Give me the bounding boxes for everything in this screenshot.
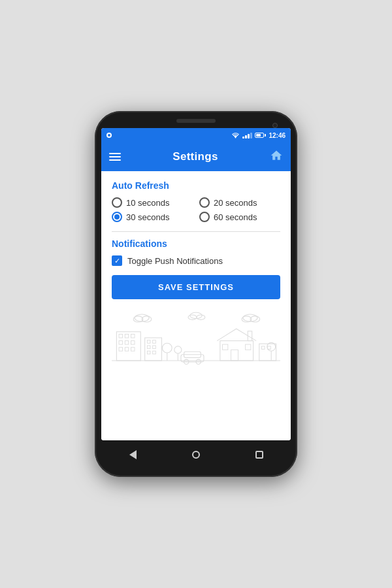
settings-content: Auto Refresh 10 seconds 20 seconds <box>101 171 291 440</box>
recents-icon <box>255 451 263 459</box>
battery-icon <box>255 133 266 138</box>
svg-rect-21 <box>147 340 150 344</box>
toggle-push-notifications[interactable]: ✓ Toggle Push Notifications <box>112 255 280 266</box>
city-svg <box>112 308 280 367</box>
checkbox-box: ✓ <box>112 255 122 266</box>
svg-rect-22 <box>153 340 156 344</box>
svg-point-29 <box>174 346 182 353</box>
status-time: 12:46 <box>269 132 286 139</box>
svg-point-5 <box>188 315 197 319</box>
city-illustration <box>112 308 280 367</box>
radio-outer-20 <box>199 197 210 208</box>
home-button[interactable] <box>270 149 283 165</box>
radio-outer-60 <box>199 212 210 222</box>
radio-outer-10 <box>112 197 122 208</box>
status-bar: 12:46 <box>101 128 291 142</box>
svg-rect-12 <box>125 334 129 338</box>
nav-recents-button[interactable] <box>255 451 263 459</box>
hamburger-line-2 <box>109 156 121 157</box>
phone-frame: 12:46 Settings Auto Refresh <box>95 111 297 477</box>
radio-30-seconds[interactable]: 30 seconds <box>112 212 193 222</box>
radio-inner-30 <box>114 214 120 220</box>
svg-point-4 <box>190 312 202 318</box>
svg-point-27 <box>162 343 172 353</box>
hamburger-line-1 <box>109 153 121 154</box>
svg-rect-23 <box>147 346 150 349</box>
section-divider <box>112 231 280 232</box>
svg-rect-11 <box>119 334 123 338</box>
notifications-section: Notifications ✓ Toggle Push Notification… <box>112 238 280 266</box>
auto-refresh-title: Auto Refresh <box>112 180 280 191</box>
svg-point-0 <box>235 137 237 139</box>
status-right-icons: 12:46 <box>231 132 286 139</box>
svg-rect-17 <box>119 348 123 351</box>
nav-back-button[interactable] <box>129 450 137 459</box>
notification-dot-icon <box>106 133 112 138</box>
svg-rect-19 <box>131 348 135 351</box>
home-icon <box>270 149 283 162</box>
signal-icon <box>242 132 252 139</box>
toggle-push-label: Toggle Push Notifications <box>127 256 223 266</box>
svg-rect-31 <box>220 341 253 361</box>
radio-20-seconds[interactable]: 20 seconds <box>199 197 280 208</box>
auto-refresh-options: 10 seconds 20 seconds 30 seconds <box>112 197 280 222</box>
phone-speaker <box>176 119 216 123</box>
checkbox-check-icon: ✓ <box>114 257 120 265</box>
menu-button[interactable] <box>109 153 121 161</box>
notifications-title: Notifications <box>112 238 280 249</box>
svg-rect-16 <box>131 341 135 345</box>
svg-rect-14 <box>119 341 123 345</box>
app-bar-title: Settings <box>172 150 218 163</box>
svg-rect-15 <box>125 341 129 345</box>
app-bar: Settings <box>101 142 291 171</box>
svg-rect-33 <box>223 344 228 350</box>
back-icon <box>129 450 137 459</box>
svg-rect-34 <box>246 344 251 350</box>
radio-label-20: 20 seconds <box>214 198 257 208</box>
svg-rect-25 <box>147 351 150 354</box>
svg-rect-18 <box>125 348 129 351</box>
radio-outer-30 <box>112 212 122 222</box>
svg-rect-38 <box>268 346 271 350</box>
svg-rect-24 <box>153 346 156 349</box>
radio-label-60: 60 seconds <box>214 212 257 222</box>
svg-rect-37 <box>261 346 265 350</box>
phone-screen: 12:46 Settings Auto Refresh <box>101 128 291 440</box>
bottom-nav <box>101 443 291 466</box>
radio-10-seconds[interactable]: 10 seconds <box>112 197 193 208</box>
radio-label-30: 30 seconds <box>126 212 170 222</box>
hamburger-line-3 <box>109 159 121 161</box>
svg-rect-13 <box>131 334 135 338</box>
status-left-icons <box>106 133 112 138</box>
svg-rect-26 <box>153 351 156 354</box>
radio-label-10: 10 seconds <box>126 198 170 208</box>
nav-home-button[interactable] <box>192 451 200 459</box>
phone-camera <box>272 123 278 128</box>
save-settings-button[interactable]: SAVE SETTINGS <box>112 275 280 299</box>
wifi-icon <box>231 132 240 139</box>
svg-rect-32 <box>231 350 238 361</box>
home-circle-icon <box>192 451 200 459</box>
radio-60-seconds[interactable]: 60 seconds <box>199 212 280 222</box>
